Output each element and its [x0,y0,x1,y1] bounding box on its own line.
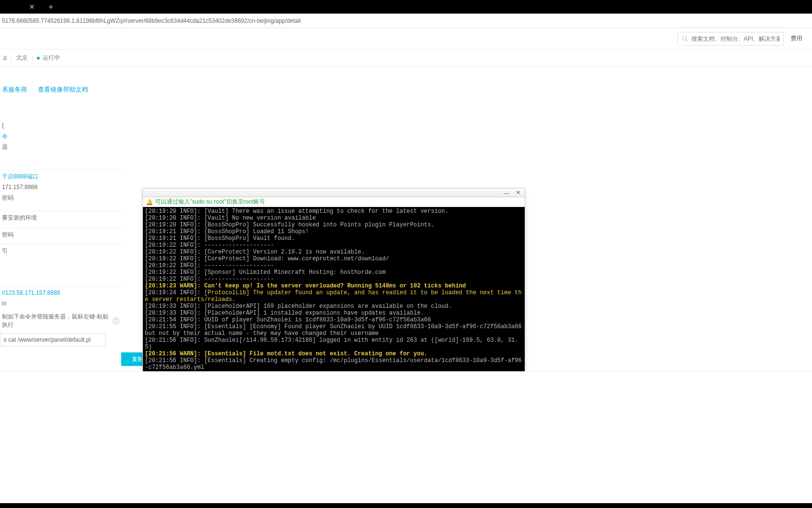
bell-icon: 🔔 [146,199,153,206]
minimize-icon[interactable]: — [501,190,511,196]
terminal-notice: 🔔 可以通过输入"sudo su root"切换至root账号 [143,197,525,207]
region-label: 北京 [16,54,28,62]
url-text: 5176.6660585.774526198.1.61196bf8hLgWZq#… [2,17,301,24]
tab-close-icon[interactable]: ✕ [29,3,35,11]
command-input[interactable] [0,333,106,347]
panel-url-link[interactable]: //123.56.171.157:8888 [2,287,119,298]
svg-line-1 [686,39,687,41]
ip-port-text: 171.157:8888 [2,182,119,192]
side-char-1: { [2,120,119,131]
side-cmd-link[interactable]: 令 [2,131,119,142]
password-label: 密码 [2,192,119,203]
terminal-titlebar[interactable]: — ✕ [143,189,525,197]
search-icon [682,35,688,42]
search-input[interactable] [691,35,780,42]
side-info-block: { 令 器 [0,119,121,153]
instance-info-bar: .8 | 北京 | 运行中 [0,49,812,67]
browser-tab-strip: ✕ ＋ [0,0,812,14]
terminal-output[interactable]: [20:19:20 INFO]: [Vault] There was an is… [143,207,525,371]
global-search[interactable] [677,32,784,46]
url-bar[interactable]: 5176.6660585.774526198.1.61196bf8hLgWZq#… [0,14,812,28]
close-icon[interactable]: ✕ [513,190,523,196]
help-icon[interactable]: ? [113,318,119,324]
terminal-window: — ✕ 🔔 可以通过输入"sudo su root"切换至root账号 [20:… [142,188,525,371]
side-server-text: 器 [2,142,119,152]
terminal-notice-text: 可以通过输入"sudo su root"切换至root账号 [155,198,265,206]
port-link[interactable]: 于启8888端口 [2,171,119,182]
pwd2-label: 密码 [2,229,119,240]
fee-link[interactable]: 费用 [791,34,802,43]
console-header: 费用 [0,28,812,49]
help-links-row: 系服务商 查看镜像帮助文档 [0,81,812,98]
instruction-text: 制如下命令并登陆服务器，鼠标右键-粘贴执行 [2,313,110,329]
env-label: 要安装的环境 [2,212,119,223]
svg-point-0 [683,36,687,40]
status-dot-icon [37,57,40,60]
contact-vendor-link[interactable]: 系服务商 [2,86,27,93]
view-image-help-link[interactable]: 查看镜像帮助文档 [38,86,88,93]
ip-fragment: .8 [2,55,7,62]
side-char-2: 引 [2,245,119,256]
in-label: in [2,298,119,309]
status-text: 运行中 [43,54,60,62]
tab-add-icon[interactable]: ＋ [47,2,55,12]
